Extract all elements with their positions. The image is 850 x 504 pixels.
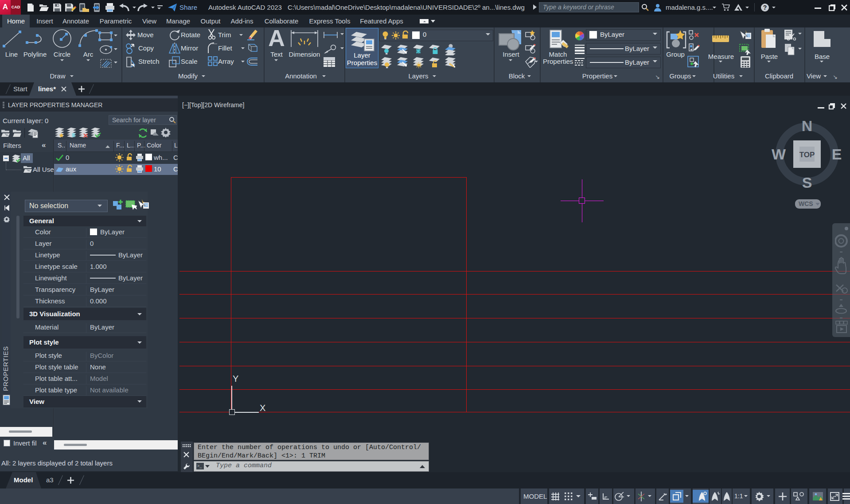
svg-text:?: ? bbox=[763, 4, 767, 11]
svg-text:N: N bbox=[802, 118, 813, 134]
svg-text:E: E bbox=[832, 146, 842, 163]
svg-text:S: S bbox=[802, 174, 812, 191]
svg-text:W: W bbox=[772, 146, 786, 163]
svg-text:TOP: TOP bbox=[799, 151, 815, 159]
